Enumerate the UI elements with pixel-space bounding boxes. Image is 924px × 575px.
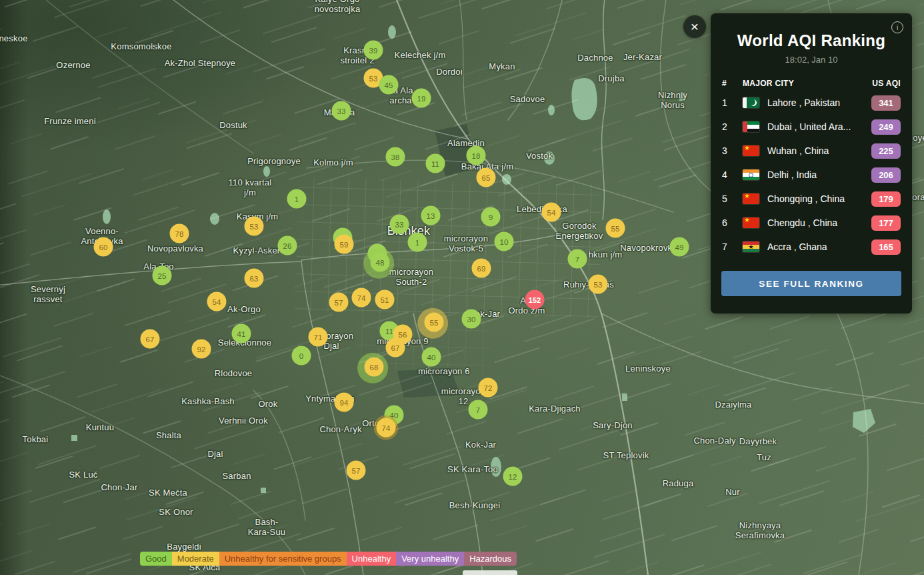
ranking-row[interactable]: 1 Lahore , Pakistan 341 — [711, 91, 912, 115]
map-control-partial — [463, 570, 517, 575]
aqi-marker[interactable]: 19 — [412, 89, 431, 108]
aqi-marker[interactable]: 7 — [568, 249, 587, 269]
aqi-marker[interactable]: 92 — [192, 340, 211, 359]
aqi-marker[interactable]: 94 — [335, 393, 354, 412]
ranking-city: Chongqing , China — [767, 193, 871, 204]
panel-timestamp: 18:02, Jan 10 — [711, 55, 912, 65]
aqi-marker[interactable]: 63 — [245, 269, 264, 288]
country-flag-icon — [743, 97, 759, 108]
aqi-marker[interactable]: 11 — [426, 154, 445, 173]
aqi-marker[interactable]: 67 — [141, 330, 160, 349]
ranking-rows: 1 Lahore , Pakistan 341 2 Dubai , United… — [711, 91, 912, 259]
aqi-marker[interactable]: 39 — [364, 41, 383, 60]
aqi-marker[interactable]: 18 — [467, 146, 486, 165]
aqi-marker[interactable]: 53 — [245, 217, 264, 236]
rank-number: 4 — [722, 169, 743, 180]
rank-number: 2 — [722, 121, 743, 132]
rank-number: 1 — [722, 97, 743, 108]
rank-number: 3 — [722, 145, 743, 156]
ranking-city: Wuhan , China — [767, 145, 871, 156]
panel-title: World AQI Ranking — [711, 31, 912, 50]
aqi-marker[interactable]: 1 — [408, 233, 427, 252]
map[interactable]: neskoeKomsomolskoeOzernoeAk-Zhol Stepnoy… — [0, 0, 924, 575]
close-icon: × — [691, 19, 699, 35]
aqi-marker[interactable]: 48 — [371, 253, 390, 272]
ranking-row[interactable]: 5 Chongqing , China 179 — [711, 187, 912, 211]
aqi-marker[interactable]: 30 — [462, 310, 481, 329]
aqi-marker[interactable]: 65 — [477, 168, 496, 187]
country-flag-icon — [743, 121, 759, 132]
ranking-row[interactable]: 3 Wuhan , China 225 — [711, 139, 912, 163]
aqi-marker[interactable]: 38 — [386, 147, 405, 167]
aqi-marker[interactable]: 55 — [425, 313, 444, 332]
legend-item: Unhealthy — [347, 552, 397, 566]
ranking-city: Accra , Ghana — [767, 241, 871, 252]
aqi-marker[interactable]: 9 — [481, 207, 501, 227]
aqi-badge: 341 — [871, 95, 901, 111]
country-flag-icon — [743, 241, 759, 252]
aqi-marker[interactable]: 152 — [525, 290, 545, 310]
country-flag-icon — [743, 217, 759, 228]
aqi-badge: 165 — [871, 239, 901, 255]
legend-item: Unhealthy for sensitive groups — [219, 552, 347, 566]
aqi-marker[interactable]: 72 — [479, 378, 498, 398]
aqi-marker[interactable]: 40 — [422, 348, 441, 367]
aqi-marker[interactable]: 59 — [335, 235, 354, 254]
column-city: MAJOR CITY — [743, 79, 872, 88]
aqi-marker[interactable]: 74 — [352, 288, 371, 308]
aqi-marker[interactable]: 57 — [347, 461, 366, 480]
aqi-badge: 249 — [871, 119, 901, 135]
ranking-header: # MAJOR CITY US AQI — [711, 79, 912, 88]
ranking-row[interactable]: 7 Accra , Ghana 165 — [711, 235, 912, 259]
ranking-row[interactable]: 6 Chengdu , China 177 — [711, 211, 912, 235]
country-flag-icon — [743, 193, 759, 204]
legend-item: Good — [140, 552, 172, 566]
info-icon[interactable]: i — [891, 21, 903, 33]
aqi-marker[interactable]: 41 — [232, 324, 251, 344]
aqi-marker[interactable]: 74 — [377, 418, 396, 438]
aqi-marker[interactable]: 26 — [278, 236, 297, 255]
aqi-marker[interactable]: 51 — [375, 290, 395, 310]
close-button[interactable]: × — [683, 15, 706, 38]
aqi-marker[interactable]: 25 — [153, 266, 172, 285]
aqi-marker[interactable]: 7 — [469, 400, 488, 420]
aqi-marker[interactable]: 13 — [421, 206, 441, 225]
legend-item: Very unhealthy — [396, 552, 464, 566]
country-flag-icon — [743, 145, 759, 156]
aqi-marker[interactable]: 69 — [472, 259, 491, 278]
world-aqi-panel: i World AQI Ranking 18:02, Jan 10 # MAJO… — [711, 13, 912, 314]
aqi-marker[interactable]: 68 — [365, 358, 384, 377]
aqi-marker[interactable]: 45 — [379, 75, 399, 95]
aqi-marker[interactable]: 54 — [542, 203, 561, 222]
aqi-marker[interactable]: 49 — [670, 237, 689, 257]
aqi-marker[interactable]: 33 — [390, 215, 409, 234]
aqi-marker[interactable]: 0 — [292, 346, 311, 366]
ranking-city: Lahore , Pakistan — [767, 97, 871, 108]
aqi-marker[interactable]: 53 — [589, 275, 608, 294]
legend-item: Hazardous — [464, 552, 517, 566]
aqi-badge: 206 — [871, 167, 901, 183]
aqi-marker[interactable]: 33 — [332, 101, 351, 121]
aqi-marker[interactable]: 1 — [287, 189, 307, 209]
aqi-marker[interactable]: 10 — [495, 232, 514, 251]
aqi-marker[interactable]: 67 — [386, 338, 405, 358]
column-aqi: US AQI — [872, 79, 901, 88]
ranking-city: Chengdu , China — [767, 217, 871, 228]
aqi-marker[interactable]: 60 — [94, 237, 113, 257]
aqi-marker[interactable]: 57 — [329, 293, 349, 312]
ranking-city: Dubai , United Ara... — [767, 121, 871, 132]
aqi-marker[interactable]: 55 — [606, 219, 625, 238]
ranking-row[interactable]: 2 Dubai , United Ara... 249 — [711, 115, 912, 139]
ranking-row[interactable]: 4 Delhi , India 206 — [711, 163, 912, 187]
ranking-city: Delhi , India — [767, 169, 871, 180]
aqi-badge: 179 — [871, 191, 901, 207]
aqi-marker[interactable]: 78 — [170, 224, 189, 243]
country-flag-icon — [743, 169, 759, 180]
aqi-marker[interactable]: 71 — [309, 328, 328, 347]
see-full-ranking-button[interactable]: SEE FULL RANKING — [721, 271, 901, 296]
aqi-marker[interactable]: 54 — [207, 292, 227, 312]
aqi-marker[interactable]: 12 — [503, 467, 523, 486]
rank-number: 7 — [722, 241, 743, 252]
info-icon-glyph: i — [897, 24, 898, 31]
aqi-badge: 177 — [871, 215, 901, 231]
